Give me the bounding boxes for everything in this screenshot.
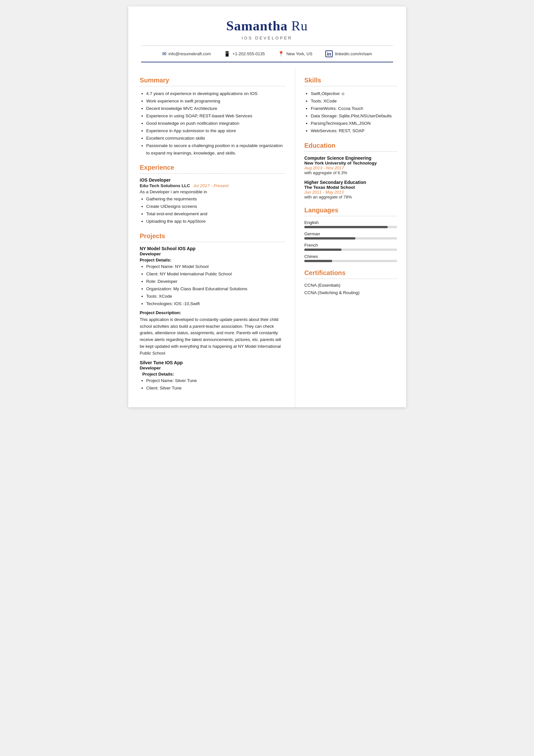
lang-name-german: German (304, 231, 397, 236)
list-item: Excellent communication skills (146, 135, 285, 142)
edu-school-2: The Texas Modal School (304, 185, 397, 190)
location-icon: 📍 (278, 51, 284, 57)
list-item: Good knowledge on push notification inte… (146, 120, 285, 127)
skills-divider (304, 86, 397, 86)
list-item: Create UIDesigns screens (146, 203, 285, 210)
projects-section: Projects NY Model School IOS App Develop… (140, 232, 285, 392)
cert-item-2: CCNA (Switching & Routing) (304, 290, 397, 295)
first-name: Samantha (226, 18, 288, 33)
edu-agg-1: with aggregate of 6.3% (304, 170, 397, 175)
edu-entry-1: Computer Science Engineering New York Un… (304, 155, 397, 175)
lang-bar-fill-french (304, 249, 342, 251)
list-item: ParsingTechniques:XML,JSON (311, 120, 397, 127)
project-1-role: Developer (140, 252, 285, 256)
edu-agg-2: with an aggregate of 78% (304, 195, 397, 200)
experience-section: Experience iOS Developer Edu-Tech Soluti… (140, 164, 285, 225)
lang-name-french: French (304, 243, 397, 248)
list-item: WebServices: REST, SOAP (311, 127, 397, 135)
phone-icon: 📱 (224, 51, 230, 57)
edu-degree-1: Computer Science Engineering (304, 155, 397, 161)
contact-location: 📍 New York, US (278, 50, 312, 57)
list-item: Work experience in swift programming (146, 97, 285, 105)
skills-title: Skills (304, 77, 397, 84)
edu-date-1: Aug 2013 - Nov 2017 (304, 166, 397, 170)
list-item: Project Name: NY Model School (146, 263, 285, 271)
last-name: Ru (292, 18, 308, 33)
languages-divider (304, 216, 397, 216)
company-name: Edu-Tech Solutions LLC (140, 183, 190, 188)
list-item: Tools: XCode (146, 293, 285, 300)
education-title: Education (304, 142, 397, 149)
lang-name-chines: Chines (304, 254, 397, 259)
project-2-name: Silver Tune IOS App (140, 360, 285, 365)
resume-header: Samantha Ru IOS DEVELOPER ✉ info@resumek… (128, 7, 406, 68)
project-1-details-label: Project Details: (140, 257, 285, 262)
list-item: Total end-end development and (146, 210, 285, 218)
list-item: Decent knowledge MVC Architecture (146, 105, 285, 113)
list-item: Client: NY Model International Public Sc… (146, 271, 285, 278)
resume-body: Summary 4.7 years of experience in devel… (128, 68, 406, 407)
lang-name-english: English (304, 220, 397, 225)
responsibilities-list: Gathering the requirments Create UIDesig… (140, 196, 285, 225)
experience-title: Experience (140, 164, 285, 171)
list-item: Uploading the app to AppStore (146, 218, 285, 225)
location-value: New York, US (287, 51, 312, 56)
summary-divider (140, 86, 285, 86)
lang-entry-french: French (304, 243, 397, 251)
cert-item-1: CCNA (Essentials) (304, 283, 397, 288)
project-2-role: Developer (140, 365, 285, 370)
list-item: 4.7 years of experience in developing ap… (146, 90, 285, 97)
contact-linkedin: in linkedin.com/in/sam (325, 50, 372, 57)
certifications-divider (304, 279, 397, 279)
list-item: Passionate to secure a challenging posit… (146, 142, 285, 157)
list-item: Gathering the requirments (146, 196, 285, 203)
exp-description: As a Developer i am responsible in (140, 189, 285, 194)
right-column: Skills Swift,Objective -c Tools: XCode F… (295, 68, 406, 407)
job-date: Jul 2017 - Present (193, 183, 229, 188)
summary-list: 4.7 years of experience in developing ap… (140, 90, 285, 157)
lang-bar-fill-chines (304, 260, 332, 262)
edu-date-2: Jun 2011 - May 2013 (304, 190, 397, 195)
edu-school-1: New York University of Technology (304, 161, 397, 166)
list-item: Organization: My Class Board Educational… (146, 285, 285, 293)
list-item: Tools: XCode (311, 97, 397, 105)
list-item: Role: Developer (146, 278, 285, 285)
project-1-description: This application is developed to constan… (140, 316, 285, 357)
project-2-details: Project Name: Silver Tune Client: Silver… (140, 377, 285, 392)
list-item: Experience in App submission to the app … (146, 127, 285, 135)
edu-degree-2: Higher Secondary Education (304, 180, 397, 185)
list-item: Experience in using SOAP, REST-based Web… (146, 113, 285, 120)
left-column: Summary 4.7 years of experience in devel… (128, 68, 295, 407)
skills-section: Skills Swift,Objective -c Tools: XCode F… (304, 77, 397, 135)
lang-entry-chines: Chines (304, 254, 397, 262)
company-line: Edu-Tech Solutions LLC Jul 2017 - Presen… (140, 183, 285, 188)
list-item: Project Name: Silver Tune (146, 377, 285, 385)
summary-title: Summary (140, 77, 285, 84)
phone-value: +1-202-555-0135 (233, 51, 265, 56)
lang-bar-bg-german (304, 237, 397, 239)
edu-entry-2: Higher Secondary Education The Texas Mod… (304, 180, 397, 200)
languages-section: Languages English German French (304, 206, 397, 262)
project-1-details: Project Name: NY Model School Client: NY… (140, 263, 285, 308)
candidate-name: Samantha Ru (141, 18, 393, 34)
summary-section: Summary 4.7 years of experience in devel… (140, 77, 285, 157)
contact-bar: ✉ info@resumekraft.com 📱 +1-202-555-0135… (141, 45, 393, 62)
languages-title: Languages (304, 206, 397, 214)
list-item: Data Storage: Sqlite,Plist,NSUserDefault… (311, 113, 397, 120)
list-item: FrameWorks: Cccoa Touch (311, 105, 397, 113)
projects-divider (140, 242, 285, 242)
email-value: info@resumekraft.com (169, 51, 211, 56)
skills-list: Swift,Objective -c Tools: XCode FrameWor… (304, 90, 397, 135)
project-1-name: NY Model School IOS App (140, 246, 285, 251)
list-item: Swift,Objective -c (311, 90, 397, 97)
contact-email: ✉ info@resumekraft.com (162, 50, 211, 57)
lang-bar-bg-chines (304, 260, 397, 262)
projects-title: Projects (140, 232, 285, 240)
candidate-title: IOS DEVELOPER (141, 36, 393, 40)
contact-phone: 📱 +1-202-555-0135 (224, 50, 265, 57)
linkedin-icon: in (325, 50, 333, 57)
experience-divider (140, 173, 285, 174)
lang-bar-fill-german (304, 237, 355, 239)
lang-bar-bg-french (304, 249, 397, 251)
education-divider (304, 151, 397, 151)
